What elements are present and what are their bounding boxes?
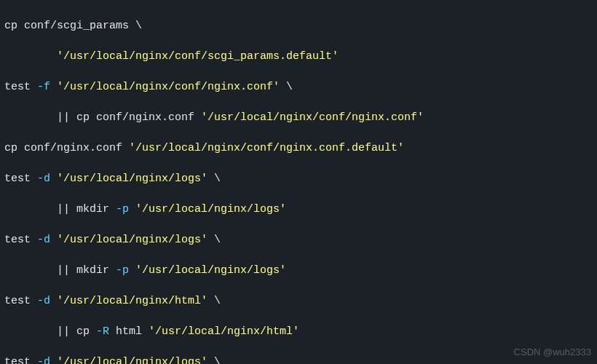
output-line: || cp conf/nginx.conf '/usr/local/nginx/… xyxy=(4,110,593,125)
output-line: cp conf/scgi_params \ xyxy=(4,18,593,33)
terminal-output[interactable]: cp conf/scgi_params \ '/usr/local/nginx/… xyxy=(0,0,597,364)
output-line: test -f '/usr/local/nginx/conf/nginx.con… xyxy=(4,79,593,95)
output-line: test -d '/usr/local/nginx/logs' \ xyxy=(4,171,593,186)
output-line: cp conf/nginx.conf '/usr/local/nginx/con… xyxy=(4,141,593,156)
output-line: test -d '/usr/local/nginx/html' \ xyxy=(4,293,593,309)
output-line: test -d '/usr/local/nginx/logs' \ xyxy=(4,355,593,364)
output-line: || cp -R html '/usr/local/nginx/html' xyxy=(4,324,593,339)
output-line: '/usr/local/nginx/conf/scgi_params.defau… xyxy=(4,49,593,64)
watermark-text: CSDN @wuh2333 xyxy=(514,344,591,360)
output-line: || mkdir -p '/usr/local/nginx/logs' xyxy=(4,202,593,217)
output-line: || mkdir -p '/usr/local/nginx/logs' xyxy=(4,263,593,278)
output-line: test -d '/usr/local/nginx/logs' \ xyxy=(4,232,593,248)
